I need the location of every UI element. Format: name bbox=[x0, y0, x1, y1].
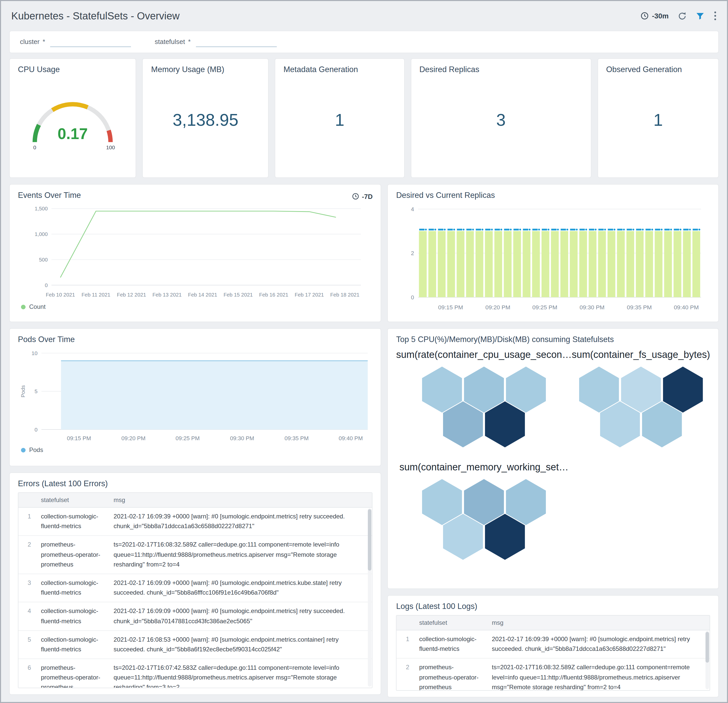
panel-title: CPU Usage bbox=[18, 65, 128, 74]
panel-metadata-generation[interactable]: Metadata Generation 1 bbox=[275, 58, 404, 178]
honeycomb-memory: sum(container_memory_working_set… bbox=[396, 462, 572, 560]
svg-text:1,500: 1,500 bbox=[35, 206, 48, 212]
panel-pods-over-time[interactable]: Pods Over Time 0510Pods09:15 PM09:20 PM0… bbox=[9, 328, 381, 466]
svg-text:Feb 14 2021: Feb 14 2021 bbox=[188, 292, 217, 298]
statefulset-cell: collection-sumologic-fluentd-metrics bbox=[41, 631, 114, 658]
events-legend[interactable]: Count bbox=[18, 303, 373, 310]
error-row[interactable]: 2prometheus-prometheus-operator-promethe… bbox=[19, 536, 372, 574]
error-row[interactable]: 5collection-sumologic-fluentd-metrics202… bbox=[19, 631, 372, 659]
legend-label: Count bbox=[29, 303, 46, 310]
panel-memory-usage[interactable]: Memory Usage (MB) 3,138.95 bbox=[143, 58, 269, 178]
msg-cell: 2021-02-17 16:09:09 +0000 [warn]: #0 [su… bbox=[114, 574, 372, 602]
svg-text:09:30 PM: 09:30 PM bbox=[230, 435, 254, 441]
svg-text:Feb 10 2021: Feb 10 2021 bbox=[46, 292, 75, 298]
honeycomb-label: sum(container_memory_working_set… bbox=[399, 462, 568, 473]
required-asterisk: * bbox=[188, 38, 191, 46]
svg-text:09:35 PM: 09:35 PM bbox=[285, 435, 309, 441]
observed-generation-value: 1 bbox=[606, 76, 710, 171]
panel-title: Memory Usage (MB) bbox=[151, 65, 260, 74]
panel-cpu-usage[interactable]: CPU Usage 0.170100 bbox=[9, 58, 136, 178]
memory-usage-value: 3,138.95 bbox=[151, 76, 260, 171]
svg-text:4: 4 bbox=[411, 206, 414, 212]
pods-legend[interactable]: Pods bbox=[18, 447, 373, 454]
dashboard: Kubernetes - StatefulSets - Overview -30… bbox=[0, 0, 728, 703]
panel-events-over-time[interactable]: Events Over Time -7D 05001,0001,500Feb 1… bbox=[9, 184, 381, 322]
panel-title: Desired vs Current Replicas bbox=[396, 191, 710, 200]
log-row[interactable]: 2prometheus-prometheus-operator-promethe… bbox=[397, 659, 709, 691]
svg-text:500: 500 bbox=[39, 257, 48, 262]
panel-observed-generation[interactable]: Observed Generation 1 bbox=[597, 58, 719, 178]
statefulset-filter-label: statefulset bbox=[155, 38, 185, 46]
cluster-filter: cluster * bbox=[20, 37, 131, 47]
page-title: Kubernetes - StatefulSets - Overview bbox=[11, 10, 179, 22]
svg-text:100: 100 bbox=[106, 144, 115, 150]
header-controls: -30m bbox=[641, 11, 717, 21]
svg-text:09:20 PM: 09:20 PM bbox=[121, 435, 146, 441]
log-row[interactable]: 1collection-sumologic-fluentd-metrics202… bbox=[397, 630, 709, 659]
panel-errors[interactable]: Errors (Latest 100 Errors) statefulset m… bbox=[9, 473, 381, 695]
events-time-range-control[interactable]: -7D bbox=[352, 193, 373, 200]
refresh-icon[interactable] bbox=[678, 12, 686, 20]
desired-replicas-value: 3 bbox=[419, 76, 582, 171]
statefulset-cell: collection-sumologic-fluentd-metrics bbox=[41, 602, 114, 630]
panel-top5-consuming-statefulsets[interactable]: Top 5 CPU(%)/Memory(MB)/Disk(MB) consumi… bbox=[387, 328, 719, 589]
panel-title: Observed Generation bbox=[606, 65, 710, 74]
panel-title: Metadata Generation bbox=[283, 65, 396, 74]
svg-text:Pods: Pods bbox=[20, 385, 26, 398]
statefulset-filter-input[interactable] bbox=[196, 37, 276, 47]
error-row[interactable]: 3collection-sumologic-fluentd-metrics202… bbox=[19, 574, 372, 602]
panel-title: Errors (Latest 100 Errors) bbox=[18, 479, 373, 488]
statefulset-cell: collection-sumologic-fluentd-metrics bbox=[41, 508, 114, 536]
panel-desired-vs-current-replicas[interactable]: Desired vs Current Replicas 02409:15 PM0… bbox=[387, 184, 719, 322]
statefulset-cell: prometheus-prometheus-operator-prometheu… bbox=[419, 659, 492, 691]
statefulset-filter: statefulset * bbox=[155, 37, 277, 47]
panel-title: Logs (Latest 100 Logs) bbox=[396, 602, 710, 611]
logs-scrollbar[interactable] bbox=[705, 631, 709, 689]
kebab-menu-icon[interactable] bbox=[714, 11, 717, 21]
clock-icon bbox=[352, 193, 360, 200]
panel-title: Pods Over Time bbox=[18, 335, 373, 344]
panel-desired-replicas[interactable]: Desired Replicas 3 bbox=[410, 58, 591, 178]
errors-scrollbar[interactable] bbox=[368, 508, 372, 687]
time-range-control[interactable]: -30m bbox=[641, 12, 669, 20]
filter-bar: cluster * statefulset * bbox=[9, 31, 719, 53]
row-number: 2 bbox=[397, 659, 419, 691]
column-header-statefulset[interactable]: statefulset bbox=[419, 615, 492, 630]
svg-text:Feb 15 2021: Feb 15 2021 bbox=[224, 292, 253, 298]
events-line-chart: 05001,0001,500Feb 10 2021Feb 11 2021Feb … bbox=[18, 202, 373, 302]
pods-area-chart: 0510Pods09:15 PM09:20 PM09:25 PM09:30 PM… bbox=[18, 346, 373, 445]
honeycomb-label: sum(rate(container_cpu_usage_secon… bbox=[396, 349, 572, 360]
column-header-msg[interactable]: msg bbox=[492, 615, 709, 630]
stats-row: CPU Usage 0.170100 Memory Usage (MB) 3,1… bbox=[9, 58, 719, 178]
metadata-generation-value: 1 bbox=[283, 76, 396, 171]
error-row[interactable]: 6prometheus-prometheus-operator-promethe… bbox=[19, 659, 372, 688]
column-header-msg[interactable]: msg bbox=[114, 493, 372, 507]
cluster-filter-input[interactable] bbox=[51, 37, 131, 47]
row-number: 1 bbox=[397, 630, 419, 658]
svg-text:Feb 16 2021: Feb 16 2021 bbox=[259, 292, 288, 298]
error-row[interactable]: 4collection-sumologic-fluentd-metrics202… bbox=[19, 602, 372, 631]
honeycomb-fs-usage: sum(container_fs_usage_bytes) bbox=[572, 349, 710, 447]
dashboard-content: CPU Usage 0.170100 Memory Usage (MB) 3,1… bbox=[1, 53, 727, 702]
error-row[interactable]: 1collection-sumologic-fluentd-metrics202… bbox=[19, 508, 372, 536]
honeycomb-cpu: sum(rate(container_cpu_usage_secon… bbox=[396, 349, 572, 447]
msg-cell: ts=2021-02-17T16:08:32.589Z caller=dedup… bbox=[114, 536, 372, 574]
msg-cell: 2021-02-17 16:09:39 +0000 [warn]: #0 [su… bbox=[492, 630, 709, 658]
panel-logs[interactable]: Logs (Latest 100 Logs) statefulset msg 1… bbox=[387, 595, 719, 697]
column-header-statefulset[interactable]: statefulset bbox=[41, 493, 114, 507]
logs-table: statefulset msg 1collection-sumologic-fl… bbox=[396, 615, 710, 691]
statefulset-cell: prometheus-prometheus-operator-prometheu… bbox=[41, 536, 114, 574]
svg-text:09:40 PM: 09:40 PM bbox=[674, 304, 699, 311]
svg-text:09:30 PM: 09:30 PM bbox=[580, 304, 605, 311]
legend-dot bbox=[21, 448, 26, 452]
svg-text:Feb 17 2021: Feb 17 2021 bbox=[295, 292, 324, 298]
row-number: 3 bbox=[19, 574, 41, 602]
filter-icon[interactable] bbox=[696, 12, 705, 20]
panel-title: Desired Replicas bbox=[419, 65, 582, 74]
svg-text:0: 0 bbox=[35, 426, 38, 432]
svg-text:Feb 11 2021: Feb 11 2021 bbox=[82, 292, 111, 298]
svg-text:Feb 13 2021: Feb 13 2021 bbox=[152, 292, 182, 298]
cpu-gauge: 0.170100 bbox=[18, 76, 128, 171]
msg-cell: ts=2021-02-17T16:08:32.589Z caller=dedup… bbox=[492, 659, 709, 691]
statefulset-cell: collection-sumologic-fluentd-metrics bbox=[41, 574, 114, 602]
